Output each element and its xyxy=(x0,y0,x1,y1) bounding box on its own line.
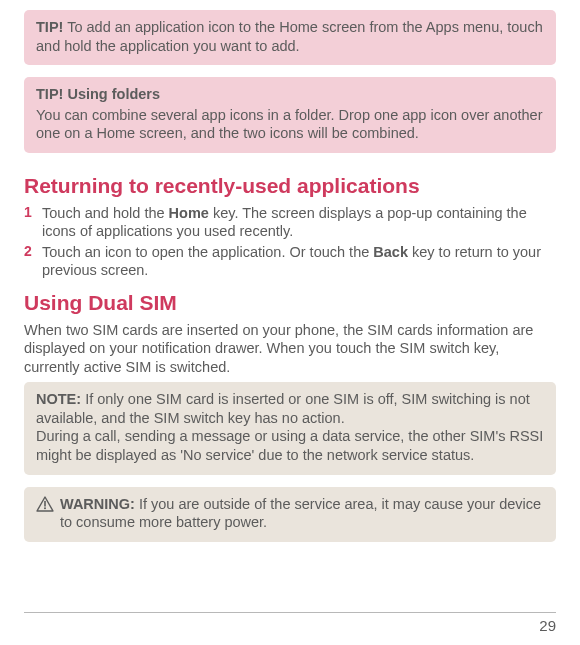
warning-text-wrap: WARNING: If you are outside of the servi… xyxy=(60,495,544,532)
step-text: Touch and hold the Home key. The screen … xyxy=(42,204,556,241)
step-number: 1 xyxy=(24,204,42,241)
note-label: NOTE: xyxy=(36,391,81,407)
page-rule xyxy=(24,612,556,613)
page-number: 29 xyxy=(539,616,556,635)
warning-box: WARNING: If you are outside of the servi… xyxy=(24,487,556,542)
step-pre: Touch and hold the xyxy=(42,205,169,221)
tip-text: To add an application icon to the Home s… xyxy=(36,19,543,54)
body-dual-sim: When two SIM cards are inserted on your … xyxy=(24,321,556,377)
tip-folders-text: You can combine several app icons in a f… xyxy=(36,107,543,142)
step-number: 2 xyxy=(24,243,42,280)
note-text-2: During a call, sending a message or usin… xyxy=(36,427,544,464)
svg-point-2 xyxy=(44,507,46,509)
warning-label: WARNING: xyxy=(60,496,135,512)
heading-recent-apps: Returning to recently-used applications xyxy=(24,173,556,200)
steps-recent-apps: 1 Touch and hold the Home key. The scree… xyxy=(24,204,556,280)
step-bold: Home xyxy=(169,205,209,221)
step-bold: Back xyxy=(373,244,408,260)
step-text: Touch an icon to open the application. O… xyxy=(42,243,556,280)
tip-folders-title: TIP! Using folders xyxy=(36,85,544,104)
step-pre: Touch an icon to open the application. O… xyxy=(42,244,373,260)
step-2: 2 Touch an icon to open the application.… xyxy=(24,243,556,280)
tip-label: TIP! xyxy=(36,19,63,35)
heading-dual-sim: Using Dual SIM xyxy=(24,290,556,317)
note-line-1: NOTE: If only one SIM card is inserted o… xyxy=(36,390,544,427)
warning-icon xyxy=(36,496,54,517)
note-box-sim: NOTE: If only one SIM card is inserted o… xyxy=(24,382,556,474)
note-text-1: If only one SIM card is inserted or one … xyxy=(36,391,530,426)
tip-box-folders: TIP! Using folders You can combine sever… xyxy=(24,77,556,153)
tip-box-add-icon: TIP! To add an application icon to the H… xyxy=(24,10,556,65)
step-1: 1 Touch and hold the Home key. The scree… xyxy=(24,204,556,241)
